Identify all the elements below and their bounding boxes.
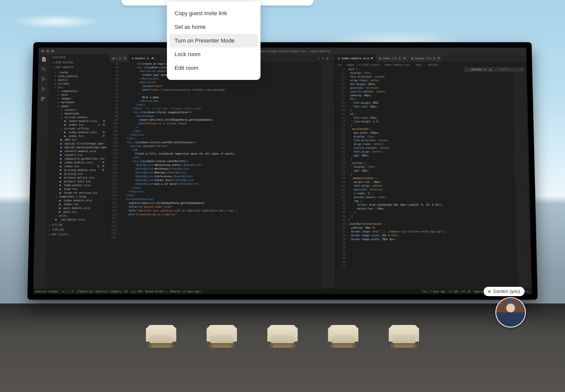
file-row[interactable]: ●index.module.scssM (48, 119, 108, 123)
folder-row[interactable]: ▸scripts (49, 82, 109, 85)
chair[interactable] (207, 325, 237, 348)
file-row[interactable]: ●index.tsx1, M (48, 123, 108, 127)
minimap[interactable] (320, 62, 336, 289)
find-collapse-icon[interactable]: › (466, 68, 468, 71)
file-row[interactable]: ●team.module.scss (47, 183, 107, 187)
minimize-dot-icon[interactable] (46, 50, 49, 53)
folder-row[interactable]: ▸templates | blog (46, 195, 107, 199)
go-back-icon[interactable]: ↩ (318, 57, 320, 60)
statusbar-item[interactable]: ⊘ 7 △ 0 (62, 290, 73, 293)
outline-section[interactable]: OUTLINE (46, 223, 107, 227)
right-code-area[interactable]: › .actions Aa ab .∗ 1 of 1 ↑ ↓ ≡ ✕ (335, 67, 532, 288)
statusbar-item[interactable]: Ln 100, Col 19 (449, 290, 470, 293)
folder-row[interactable]: ▾virtual-events (48, 115, 108, 119)
search-icon[interactable] (41, 67, 47, 72)
close-icon[interactable]: ✕ (155, 57, 157, 60)
find-prev-icon[interactable]: ↑ (510, 68, 511, 71)
breadcrumb-segment[interactable]: index.module.scss (384, 63, 410, 66)
timeline-section[interactable]: TIMELINE (46, 227, 106, 232)
statusbar-item[interactable]: Blame Gordon L. Hempton (2 days ago) (145, 290, 201, 293)
menu-item[interactable]: Set as home (169, 20, 258, 34)
file-row[interactable]: ●index.tsx3, M (47, 164, 107, 168)
right-breadcrumbs[interactable]: src›pages›virtual-events›index.module.sc… (335, 62, 527, 68)
open-editors-section[interactable]: OPEN EDITORS (49, 60, 109, 65)
file-row[interactable]: ●bgvid2-emotesandvideo.mp4 (48, 145, 108, 149)
file-row[interactable]: ●index.tsxM (48, 134, 108, 138)
folder-row[interactable]: ▸components (49, 89, 109, 93)
file-row[interactable]: ●index.module.scss (46, 199, 107, 202)
split-icon[interactable]: ▥ (327, 57, 328, 60)
editor-tab[interactable]: ●events 1, M✕ (129, 55, 160, 62)
compare-icon[interactable]: ⇆ (322, 57, 324, 60)
statusbar-item[interactable]: {…} 149 (131, 290, 142, 293)
editor-tab[interactable]: ●Layout.tsx 3, M (408, 55, 443, 62)
presence-pill[interactable]: Gordon (you) (484, 287, 525, 296)
match-case-icon[interactable]: Aa (484, 68, 487, 71)
breadcrumb-segment[interactable]: src (338, 63, 342, 66)
chair[interactable] (146, 325, 176, 348)
npm-scripts-section[interactable]: NPM SCRIPTS (46, 232, 106, 237)
statusbar-item[interactable]: [TypeScript Importer] Symbols: 83 (77, 290, 127, 293)
source-control-icon[interactable] (41, 76, 46, 82)
left-code-area[interactable]: 8586878889909192939495969798991001011021… (106, 62, 336, 289)
folder-row[interactable]: ▾src (49, 85, 109, 89)
find-next-icon[interactable]: ↓ (513, 68, 515, 71)
file-row[interactable]: ●index.tsx (46, 202, 107, 206)
folder-row[interactable]: ▸utils (46, 214, 107, 217)
maximize-dot-icon[interactable] (51, 50, 54, 53)
folder-row[interactable]: ▸node_modules (49, 74, 109, 78)
file-row[interactable]: ●index.module.scssM (47, 161, 107, 164)
file-row[interactable]: ●privacy-policy.tsx (47, 176, 107, 180)
file-row[interactable]: ●pricing.tsx (47, 172, 107, 176)
statusbar-item[interactable]: website-revamp* (36, 290, 59, 293)
chair[interactable] (389, 325, 419, 348)
find-selection-icon[interactable]: ≡ (517, 68, 518, 71)
folder-row[interactable]: ▸careers (48, 108, 108, 112)
file-row[interactable]: ●careers.module.scss (47, 149, 108, 153)
file-row[interactable]: ●community-guidelines.tsx (47, 157, 108, 161)
breadcrumb-segment[interactable]: .actions (426, 63, 439, 66)
folder-row[interactable]: ▸.cache (49, 71, 109, 74)
editor-tab[interactable]: ●s 3, M (110, 55, 129, 62)
file-row[interactable]: ●team.tsx (47, 187, 107, 191)
file-row[interactable]: ●product-hunt.tsx (47, 180, 107, 183)
user-avatar[interactable] (495, 297, 526, 328)
regex-icon[interactable]: .∗ (494, 68, 497, 71)
folder-row[interactable]: ▸downloads (48, 112, 108, 116)
files-icon[interactable] (41, 56, 47, 62)
menu-item[interactable]: Lock room (169, 48, 258, 61)
file-row[interactable]: ●post.module.scss (46, 206, 107, 210)
close-dot-icon[interactable] (41, 50, 44, 53)
file-row[interactable]: ●post.tsx (46, 210, 107, 214)
debug-icon[interactable] (40, 86, 46, 92)
file-row[interactable]: ●careers.tsx (47, 153, 108, 157)
folder-row[interactable]: ▸data (49, 93, 109, 97)
folder-row[interactable]: ▾virtual-offices (48, 127, 108, 130)
chair[interactable] (328, 325, 358, 348)
file-row[interactable]: ●404.tsx (48, 138, 108, 142)
folder-row[interactable]: ▸markdown (49, 100, 109, 104)
breadcrumb-segment[interactable]: virtual-events (359, 63, 380, 66)
extensions-icon[interactable] (40, 96, 46, 102)
statusbar-item[interactable]: You, 2 days ago (422, 290, 445, 293)
find-close-icon[interactable]: ✕ (520, 68, 522, 71)
folder-row[interactable]: ▾pages (48, 104, 108, 108)
menu-item[interactable]: Copy guest invite link (169, 7, 258, 20)
window-controls[interactable] (41, 50, 54, 53)
file-row[interactable]: ●index.module.scssM (48, 130, 108, 134)
match-word-icon[interactable]: ab (489, 68, 492, 71)
file-row[interactable]: ●terms-of-service.tsx (47, 191, 107, 195)
find-widget[interactable]: › .actions Aa ab .∗ 1 of 1 ↑ ↓ ≡ ✕ (464, 67, 524, 72)
breadcrumb-segment[interactable]: .hero (415, 63, 422, 66)
menu-item[interactable]: Turn on Presenter Mode (169, 34, 258, 48)
editor-tab[interactable]: ●index.tsx 3, M (376, 55, 408, 62)
menu-item[interactable]: Edit room (169, 61, 258, 75)
breadcrumb-segment[interactable]: pages (347, 63, 354, 66)
chair[interactable] (267, 325, 298, 348)
editor-tab[interactable]: ●index.module.scss M (335, 55, 376, 62)
file-row[interactable]: ●_variables.scss (46, 218, 106, 222)
folder-row[interactable]: ▸images (49, 97, 109, 100)
find-input[interactable]: .actions (470, 68, 482, 71)
workspace-section[interactable]: SPOT-WEBSITE (49, 65, 109, 70)
file-row[interactable]: ●bgvid1-firstattempt.mp4 (48, 142, 108, 145)
